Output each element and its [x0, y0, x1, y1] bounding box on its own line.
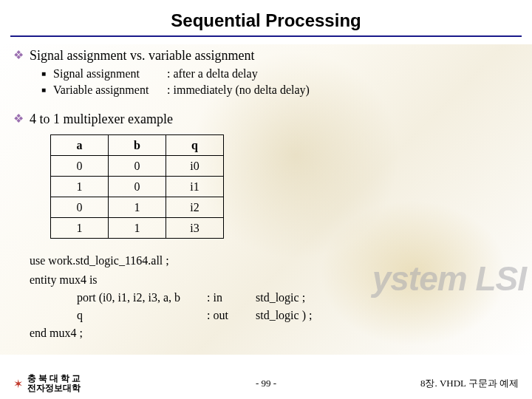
code-line-use: use work.std_logic_1164.all ;: [30, 252, 519, 270]
port-row1-dir: : in: [207, 289, 251, 307]
title-rule: [10, 35, 522, 37]
cell: i2: [166, 197, 224, 218]
code-token: all ;: [151, 254, 168, 267]
diamond-icon: ❖: [13, 111, 24, 127]
cell: i0: [166, 156, 224, 177]
bullet-main-2-text: 4 to 1 multiplexer example: [30, 111, 173, 127]
sub1-label: Signal assignment: [53, 66, 164, 81]
sub-bullet-2: ■ Variable assignment : immediately (no …: [41, 83, 519, 98]
footer-page-number: - 99 -: [256, 378, 276, 389]
table-row: 0 0 i0: [51, 156, 224, 177]
port-grid: port (i0, i1, i2, i3, a, b : in std_logi…: [77, 289, 519, 324]
bullet-main-1: ❖ Signal assignment vs. variable assignm…: [13, 47, 519, 64]
code-token: port: [77, 291, 96, 304]
bullet-main-1-text: Signal assignment vs. variable assignmen…: [30, 47, 254, 64]
diamond-icon: ❖: [13, 47, 24, 64]
th-b: b: [109, 135, 166, 156]
table-row: 0 1 i2: [51, 197, 224, 218]
code-port-block: port (i0, i1, i2, i3, a, b : in std_logi…: [53, 289, 519, 324]
cell: 0: [109, 177, 166, 197]
code-area: use work.std_logic_1164.all ; entity mux…: [30, 252, 519, 342]
code-token: mux4 ;: [47, 327, 83, 339]
port-row2-sig: q: [77, 307, 202, 324]
code-token: (i0, i1, i2, i3, a, b: [99, 291, 180, 304]
code-token: std_logic_1164.: [75, 254, 151, 267]
cell: 0: [51, 197, 109, 218]
sub-bullet-2-text: Variable assignment : immediately (no de…: [53, 83, 310, 98]
code-line-entity: entity mux4 is: [30, 271, 519, 289]
code-token: use work.: [30, 254, 75, 267]
code-line-end: end mux4 ;: [30, 324, 519, 342]
truth-table: a b q 0 0 i0 1 0 i1 0 1 i2 1 1 i3: [50, 134, 224, 239]
footer-left-text: 충 북 대 학 교 전자정보대학: [27, 374, 81, 393]
sub-bullet-1: ■ Signal assignment : after a delta dela…: [41, 66, 519, 81]
sub1-desc: : after a delta delay: [167, 67, 258, 80]
footer: ✶ 충 북 대 학 교 전자정보대학 - 99 - 8장. VHDL 구문과 예…: [0, 374, 532, 393]
footer-dept: 전자정보대학: [27, 383, 81, 393]
code-token: is: [89, 273, 98, 286]
cell: 1: [109, 218, 166, 239]
sub2-label: Variable assignment: [53, 83, 164, 98]
port-row2-dir: : out: [207, 307, 251, 324]
cell: 0: [109, 156, 166, 177]
cell: 1: [51, 218, 109, 239]
table-row: 1 1 i3: [51, 218, 224, 239]
cell: i3: [166, 218, 224, 239]
th-a: a: [51, 135, 109, 156]
table-header-row: a b q: [51, 135, 224, 156]
port-row1-type: std_logic ;: [256, 289, 344, 307]
cell: 0: [51, 156, 109, 177]
bullet-main-2: ❖ 4 to 1 multiplexer example: [13, 111, 519, 127]
page-title: Sequential Processing: [0, 0, 532, 35]
th-q: q: [166, 135, 224, 156]
code-token: mux4: [56, 273, 89, 286]
square-icon: ■: [41, 83, 46, 98]
cell: 1: [51, 177, 109, 197]
cell: 1: [109, 197, 166, 218]
content-area: ❖ Signal assignment vs. variable assignm…: [0, 47, 532, 342]
sub2-desc: : immediately (no delta delay): [167, 83, 310, 96]
code-token: entity: [30, 273, 56, 286]
table-row: 1 0 i1: [51, 177, 224, 197]
sub-bullet-1-text: Signal assignment : after a delta delay: [53, 66, 258, 81]
square-icon: ■: [41, 66, 46, 81]
footer-chapter: 8장. VHDL 구문과 예제: [420, 377, 519, 390]
port-row2-type: std_logic ) ;: [256, 307, 344, 324]
code-token: end: [30, 327, 47, 339]
footer-left: ✶ 충 북 대 학 교 전자정보대학: [13, 374, 81, 393]
sub-bullets-1: ■ Signal assignment : after a delta dela…: [41, 66, 519, 98]
logo-icon: ✶: [13, 377, 23, 391]
cell: i1: [166, 177, 224, 197]
port-row1-sig: port (i0, i1, i2, i3, a, b: [77, 289, 202, 307]
